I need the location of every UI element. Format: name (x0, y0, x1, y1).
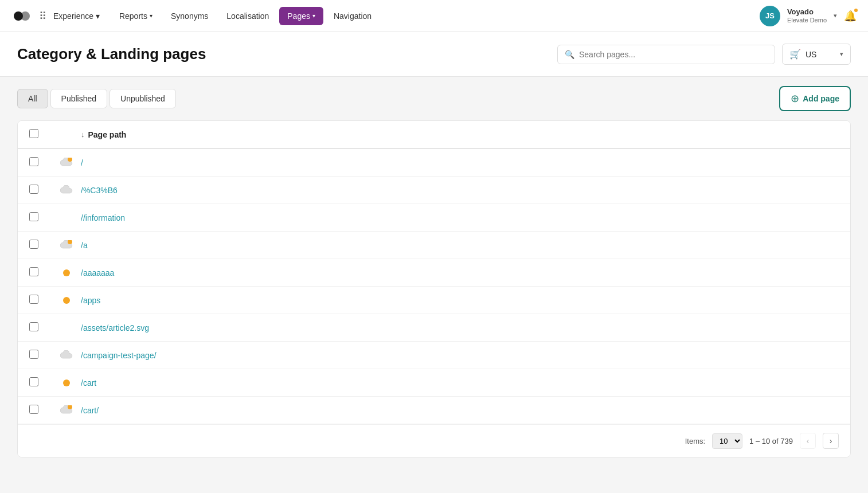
items-label: Items: (685, 437, 705, 445)
logo-area: ⠿ Experience ▾ (11, 6, 100, 26)
nav-item-reports[interactable]: Reports ▾ (111, 7, 161, 25)
user-chevron-icon[interactable]: ▾ (834, 12, 837, 19)
table-row[interactable]: /aaaaaaa (18, 259, 850, 287)
page-path-link[interactable]: /aaaaaaa (81, 268, 114, 277)
table-row[interactable]: /a (18, 232, 850, 259)
table-row[interactable]: / (18, 149, 850, 177)
status-dot-icon (63, 297, 70, 304)
locale-flag-icon: 🛒 (789, 49, 801, 60)
status-icon-area (52, 240, 81, 251)
user-org: Elevate Demo (787, 17, 827, 24)
table-row[interactable]: /assets/article2.svg (18, 314, 850, 342)
search-box[interactable]: 🔍 (557, 45, 775, 64)
status-dot-icon (63, 269, 70, 276)
locale-chevron-icon: ▾ (840, 50, 843, 58)
filter-tab-all[interactable]: All (17, 89, 48, 108)
filter-bar: All Published Unpublished ⊕ Add page (0, 77, 868, 120)
next-page-button[interactable]: › (823, 433, 839, 449)
row-checkbox[interactable] (29, 322, 38, 331)
page-path-link[interactable]: /campaign-test-page/ (81, 351, 157, 360)
row-checkbox[interactable] (29, 405, 38, 414)
page-path-link[interactable]: /a (81, 241, 88, 250)
svg-point-1 (21, 11, 30, 21)
filter-tab-published[interactable]: Published (50, 89, 108, 108)
pages-table: ↓ Page path / /%C3%B6 //information (17, 120, 851, 457)
nav-item-synonyms[interactable]: Synonyms (163, 7, 216, 25)
page-range-info: 1 – 10 of 739 (749, 437, 793, 445)
status-icon-area (52, 405, 81, 416)
table-row[interactable]: /cart (18, 369, 850, 397)
avatar: JS (760, 6, 780, 26)
nav-links: Reports ▾ Synonyms Localisation Pages ▾ … (111, 7, 760, 25)
sort-icon[interactable]: ↓ (81, 130, 85, 139)
page-path-header: ↓ Page path (81, 130, 839, 139)
header-right: 🔍 🛒 US ▾ (557, 44, 851, 65)
row-checkbox[interactable] (29, 295, 38, 304)
cloud-orange-icon (60, 405, 73, 416)
status-icon-area (52, 350, 81, 361)
page-path-link[interactable]: /cart (81, 378, 96, 388)
app-logo[interactable] (11, 6, 32, 26)
notification-badge (853, 7, 859, 13)
status-icon-area (52, 297, 81, 304)
nav-item-navigation[interactable]: Navigation (326, 7, 380, 25)
user-name: Voyado (787, 7, 827, 17)
cloud-orange-icon (60, 158, 73, 168)
row-checkbox[interactable] (29, 240, 38, 249)
experience-label[interactable]: Experience ▾ (53, 11, 100, 21)
table-row[interactable]: /cart/ (18, 397, 850, 424)
row-checkbox[interactable] (29, 185, 38, 194)
page-path-link[interactable]: /cart/ (81, 406, 99, 415)
page-path-link[interactable]: //information (81, 213, 125, 222)
locale-label: US (806, 50, 816, 59)
select-all-checkbox[interactable] (29, 129, 38, 138)
page-title: Category & Landing pages (17, 45, 206, 63)
items-per-page-select[interactable]: 10 25 50 (712, 433, 742, 449)
notification-bell[interactable]: 🔔 (844, 10, 857, 22)
table-row[interactable]: /%C3%B6 (18, 177, 850, 204)
filter-tab-unpublished[interactable]: Unpublished (110, 89, 176, 108)
add-page-button[interactable]: ⊕ Add page (779, 86, 851, 111)
status-icon-area (52, 185, 81, 195)
add-icon: ⊕ (791, 92, 799, 105)
page-path-link[interactable]: /%C3%B6 (81, 186, 118, 195)
page-path-link[interactable]: /assets/article2.svg (81, 323, 149, 332)
table-row[interactable]: /campaign-test-page/ (18, 342, 850, 369)
cloud-icon (60, 185, 73, 195)
row-checkbox[interactable] (29, 212, 38, 221)
row-checkbox[interactable] (29, 350, 38, 359)
search-input[interactable] (579, 50, 768, 59)
status-dot-icon (63, 379, 70, 386)
page-path-link[interactable]: / (81, 158, 83, 167)
pagination: Items: 10 25 50 1 – 10 of 739 ‹ › (18, 424, 850, 457)
row-checkbox[interactable] (29, 377, 38, 386)
nav-right: JS Voyado Elevate Demo ▾ 🔔 (760, 6, 857, 26)
grid-icon[interactable]: ⠿ (39, 10, 46, 22)
cloud-orange-icon (60, 240, 73, 251)
page-path-link[interactable]: /apps (81, 296, 100, 305)
nav-item-pages[interactable]: Pages ▾ (279, 7, 323, 25)
status-icon-area (52, 379, 81, 386)
search-icon: 🔍 (565, 50, 574, 59)
top-navigation: ⠿ Experience ▾ Reports ▾ Synonyms Locali… (0, 0, 868, 32)
row-checkbox[interactable] (29, 267, 38, 276)
status-icon-area (52, 158, 81, 168)
header-checkbox-area (29, 129, 52, 140)
locale-selector[interactable]: 🛒 US ▾ (782, 44, 851, 65)
filter-tabs: All Published Unpublished (17, 89, 176, 108)
table-row[interactable]: /apps (18, 287, 850, 314)
user-info[interactable]: Voyado Elevate Demo (787, 7, 827, 24)
status-icon-area (52, 269, 81, 276)
row-checkbox[interactable] (29, 157, 38, 166)
table-header: ↓ Page path (18, 121, 850, 149)
previous-page-button[interactable]: ‹ (800, 433, 816, 449)
pages-chevron: ▾ (312, 13, 315, 19)
nav-item-localisation[interactable]: Localisation (218, 7, 277, 25)
reports-chevron: ▾ (150, 13, 153, 19)
page-header: Category & Landing pages 🔍 🛒 US ▾ (0, 32, 868, 77)
cloud-icon (60, 350, 73, 361)
table-row[interactable]: //information (18, 204, 850, 232)
